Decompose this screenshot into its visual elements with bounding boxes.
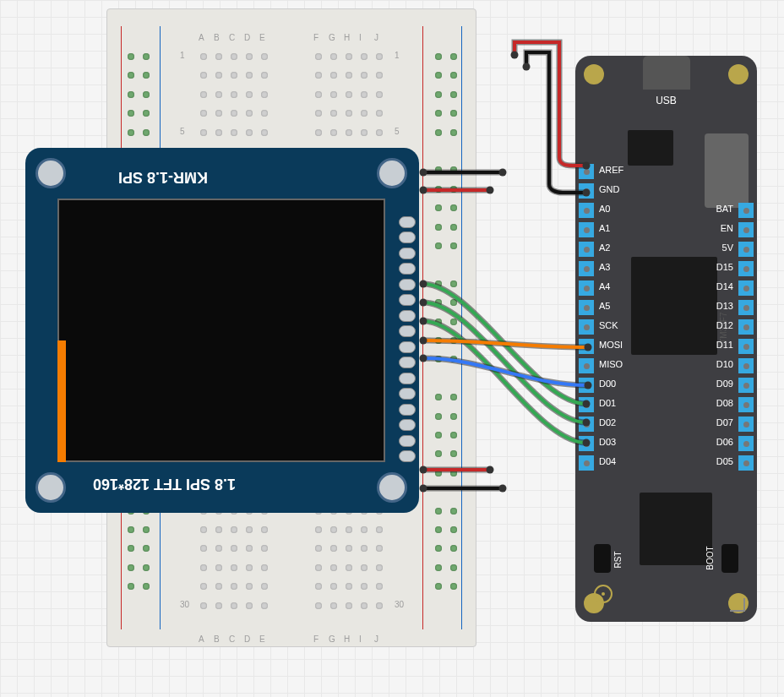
tie-point[interactable] <box>376 91 383 98</box>
tie-point[interactable] <box>261 72 268 79</box>
tie-point[interactable] <box>215 602 222 609</box>
tie-point[interactable] <box>376 545 383 552</box>
rail-hole[interactable] <box>450 526 457 533</box>
rail-hole[interactable] <box>435 186 442 193</box>
lcd-pin[interactable] <box>399 325 416 337</box>
pin-GND[interactable] <box>579 183 594 199</box>
rail-hole[interactable] <box>450 280 457 287</box>
tie-point[interactable] <box>361 110 368 117</box>
tie-point[interactable] <box>361 602 368 609</box>
pin-D12[interactable] <box>738 319 754 335</box>
rail-hole[interactable] <box>450 72 457 79</box>
tie-point[interactable] <box>346 110 352 117</box>
rail-hole[interactable] <box>435 450 442 457</box>
rail-hole[interactable] <box>450 129 457 136</box>
tie-point[interactable] <box>246 91 253 98</box>
boot-button[interactable] <box>721 544 738 573</box>
lcd-pin[interactable] <box>399 263 416 275</box>
pin-D01[interactable] <box>579 397 594 412</box>
tie-point[interactable] <box>231 110 237 117</box>
tie-point[interactable] <box>330 583 337 590</box>
rail-hole[interactable] <box>450 110 457 117</box>
tie-point[interactable] <box>231 545 237 552</box>
tie-point[interactable] <box>376 602 383 609</box>
rail-hole[interactable] <box>143 72 150 79</box>
tie-point[interactable] <box>200 129 207 136</box>
pin-D04[interactable] <box>579 455 594 471</box>
pin-AREF[interactable] <box>579 164 594 179</box>
rail-hole[interactable] <box>450 186 457 193</box>
tie-point[interactable] <box>215 72 222 79</box>
lcd-pin[interactable] <box>399 310 416 322</box>
pin-BAT[interactable] <box>738 203 754 218</box>
rail-hole[interactable] <box>143 129 150 136</box>
rail-hole[interactable] <box>143 91 150 98</box>
tie-point[interactable] <box>376 110 383 117</box>
pin-D15[interactable] <box>738 261 754 276</box>
rail-hole[interactable] <box>450 91 457 98</box>
tie-point[interactable] <box>246 53 253 60</box>
rail-hole[interactable] <box>435 564 442 571</box>
tie-point[interactable] <box>215 583 222 590</box>
tie-point[interactable] <box>346 583 352 590</box>
rail-hole[interactable] <box>450 319 457 325</box>
rail-hole[interactable] <box>435 224 442 231</box>
tie-point[interactable] <box>215 526 222 533</box>
tie-point[interactable] <box>376 526 383 533</box>
lcd-pin[interactable] <box>399 248 416 259</box>
rail-hole[interactable] <box>435 545 442 552</box>
pin-A0[interactable] <box>579 203 594 218</box>
rail-hole[interactable] <box>128 564 134 571</box>
rail-hole[interactable] <box>128 110 134 117</box>
rail-hole[interactable] <box>450 583 457 590</box>
tie-point[interactable] <box>200 564 207 571</box>
tie-point[interactable] <box>315 564 322 571</box>
tie-point[interactable] <box>231 564 237 571</box>
tie-point[interactable] <box>315 110 322 117</box>
tie-point[interactable] <box>200 526 207 533</box>
rail-hole[interactable] <box>450 337 457 344</box>
tie-point[interactable] <box>376 564 383 571</box>
pin-A3[interactable] <box>579 261 594 276</box>
jst-connector[interactable] <box>705 133 749 208</box>
tie-point[interactable] <box>200 602 207 609</box>
tie-point[interactable] <box>261 602 268 609</box>
tie-point[interactable] <box>376 72 383 79</box>
tie-point[interactable] <box>330 129 337 136</box>
pin-A1[interactable] <box>579 222 594 237</box>
tie-point[interactable] <box>376 129 383 136</box>
rail-hole[interactable] <box>435 526 442 533</box>
rail-hole[interactable] <box>435 319 442 325</box>
tie-point[interactable] <box>346 72 352 79</box>
tie-point[interactable] <box>246 129 253 136</box>
tie-point[interactable] <box>361 91 368 98</box>
tie-point[interactable] <box>315 72 322 79</box>
tie-point[interactable] <box>231 53 237 60</box>
pin-D05[interactable] <box>738 455 754 471</box>
rail-hole[interactable] <box>143 583 150 590</box>
tie-point[interactable] <box>361 72 368 79</box>
tie-point[interactable] <box>261 53 268 60</box>
tie-point[interactable] <box>246 583 253 590</box>
tie-point[interactable] <box>346 526 352 533</box>
tie-point[interactable] <box>215 129 222 136</box>
rail-hole[interactable] <box>435 394 442 400</box>
rail-hole[interactable] <box>128 91 134 98</box>
tie-point[interactable] <box>315 526 322 533</box>
pin-5V[interactable] <box>738 242 754 257</box>
rail-hole[interactable] <box>128 72 134 79</box>
lcd-pin[interactable] <box>399 373 416 384</box>
tie-point[interactable] <box>346 53 352 60</box>
rail-hole[interactable] <box>450 545 457 552</box>
tie-point[interactable] <box>376 583 383 590</box>
tie-point[interactable] <box>261 110 268 117</box>
lcd-pin[interactable] <box>399 279 416 291</box>
tie-point[interactable] <box>361 526 368 533</box>
rail-hole[interactable] <box>435 166 442 173</box>
lcd-pin[interactable] <box>399 388 416 400</box>
tie-point[interactable] <box>361 564 368 571</box>
tie-point[interactable] <box>261 129 268 136</box>
tie-point[interactable] <box>330 545 337 552</box>
rail-hole[interactable] <box>435 356 442 362</box>
rail-hole[interactable] <box>435 72 442 79</box>
